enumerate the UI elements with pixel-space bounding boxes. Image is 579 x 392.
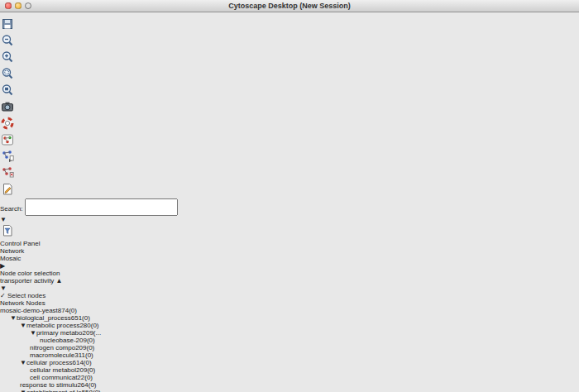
tree-row-count: 209(0) — [76, 337, 95, 344]
tab-network[interactable]: Network — [0, 247, 579, 255]
tree-row-count: 614(0) — [73, 359, 92, 366]
tree-row-count: 209(... — [83, 329, 102, 337]
zoom-fit-icon[interactable] — [0, 83, 579, 99]
network-tree-header: Network Nodes — [0, 299, 579, 307]
close-button[interactable] — [5, 2, 12, 9]
tree-row-label: establishment of lo — [26, 389, 82, 392]
tree-row-count: 209(0) — [75, 344, 94, 351]
tree-row-mosaic-demo-yeast[interactable]: mosaic-demo-yeast874(0) — [0, 307, 579, 314]
tree-row-count: 209(0) — [76, 366, 95, 374]
group-label: Node color selection — [0, 270, 60, 277]
app-titlebar: Cytoscape Desktop (New Session) — [0, 0, 579, 12]
tree-row-label: metabolic process — [26, 322, 79, 329]
zoom-in-icon[interactable] — [0, 50, 579, 66]
tree-row-biological-process[interactable]: ▼biological_process651(0) — [0, 314, 579, 322]
tree-row-cellular-metabol[interactable]: cellular metabol209(0) — [0, 366, 579, 374]
tab-mosaic[interactable]: Mosaic — [0, 255, 579, 262]
expand-triangle-icon[interactable]: ▼ — [20, 322, 26, 329]
tree-row-count: 264(0) — [77, 381, 96, 389]
help-lifebuoy-icon[interactable] — [0, 116, 579, 132]
expand-triangle-icon[interactable]: ▼ — [30, 329, 36, 337]
node-color-selection-group: Node color selection transporter activit… — [0, 270, 579, 299]
tree-row-macromolecule[interactable]: macromolecule311(0) — [0, 351, 579, 359]
control-panel-header: Control Panel — [0, 240, 579, 247]
network-manager-icon[interactable] — [0, 132, 579, 149]
search-input[interactable] — [25, 198, 178, 216]
tree-row-label: mosaic-demo-yeast — [0, 307, 58, 314]
expand-triangle-icon[interactable]: ▼ — [20, 389, 26, 392]
main-toolbar: Search: ▼ — [0, 0, 579, 240]
zoom-button[interactable] — [25, 2, 31, 9]
tree-row-label: nucleobase- — [40, 337, 76, 344]
network-window-controls — [5, 2, 31, 9]
tree-row-count: 311(0) — [74, 351, 93, 359]
zoom-selected-region-icon[interactable] — [0, 66, 579, 83]
search-dropdown-arrow[interactable]: ▼ — [0, 216, 579, 223]
node-color-dropdown[interactable]: transporter activity ▲▼ — [0, 277, 579, 292]
tree-row-establishment-of-lo[interactable]: ▼establishment of lo558(0) — [0, 389, 579, 392]
tree-row-nitrogen-compo[interactable]: nitrogen compo209(0) — [0, 344, 579, 351]
tree-col-nodes[interactable]: Nodes — [26, 299, 45, 307]
zoom-out-icon[interactable] — [0, 33, 579, 50]
tree-row-label: biological_process — [17, 314, 71, 322]
tree-row-nucleobase-[interactable]: nucleobase-209(0) — [0, 337, 579, 344]
expand-triangle-icon[interactable]: ▼ — [20, 359, 26, 366]
tree-row-label: response to stimulu — [20, 381, 77, 389]
tree-row-label: primary metabo — [36, 329, 83, 337]
tree-col-network[interactable]: Network — [0, 299, 24, 307]
tree-row-label: nitrogen compo — [30, 344, 75, 351]
select-nodes-label: Select nodes — [7, 292, 45, 299]
select-nodes-checkbox[interactable]: ✓ — [0, 292, 6, 299]
search-label: Search: — [0, 205, 23, 213]
tree-row-count: 558(0) — [82, 389, 101, 392]
tree-row-count: 651(0) — [71, 314, 90, 322]
minimize-button[interactable] — [15, 2, 22, 9]
control-panel: Control Panel Network Mosaic ▶ Node colo… — [0, 240, 579, 392]
annotations-icon[interactable] — [0, 182, 579, 198]
tree-row-primary-metabo[interactable]: ▼primary metabo209(... — [0, 329, 579, 337]
tree-row-cell-communicat[interactable]: cell communicat22(0) — [0, 374, 579, 381]
tree-row-count: 874(0) — [58, 307, 77, 314]
app-title: Cytoscape Desktop (New Session) — [0, 2, 579, 10]
tree-row-response-to-stimulu[interactable]: response to stimulu264(0) — [0, 381, 579, 389]
expand-triangle-icon[interactable]: ▼ — [10, 314, 17, 322]
create-view-icon[interactable] — [0, 149, 579, 165]
search-config-icon[interactable] — [0, 223, 579, 240]
snapshot-camera-icon[interactable] — [0, 99, 579, 116]
select-nodes-row: ✓ Select nodes — [0, 292, 579, 299]
tab-overflow-arrow[interactable]: ▶ — [0, 262, 579, 270]
tree-row-label: macromolecule — [30, 351, 74, 359]
save-session-icon[interactable] — [0, 17, 579, 33]
tree-row-label: cellular process — [26, 359, 73, 366]
tree-row-label: cellular metabol — [30, 366, 76, 374]
destroy-view-icon[interactable] — [0, 165, 579, 182]
tree-row-count: 22(0) — [77, 374, 93, 381]
tree-row-metabolic-process[interactable]: ▼metabolic process280(0) — [0, 322, 579, 329]
control-panel-tabs: Network Mosaic ▶ — [0, 247, 579, 270]
control-panel-title: Control Panel — [0, 240, 40, 247]
tree-row-label: cell communicat — [30, 374, 77, 381]
network-tree: mosaic-demo-yeast874(0)▼biological_proce… — [0, 307, 579, 392]
tree-row-cellular-process[interactable]: ▼cellular process614(0) — [0, 359, 579, 366]
tree-row-count: 280(0) — [79, 322, 98, 329]
